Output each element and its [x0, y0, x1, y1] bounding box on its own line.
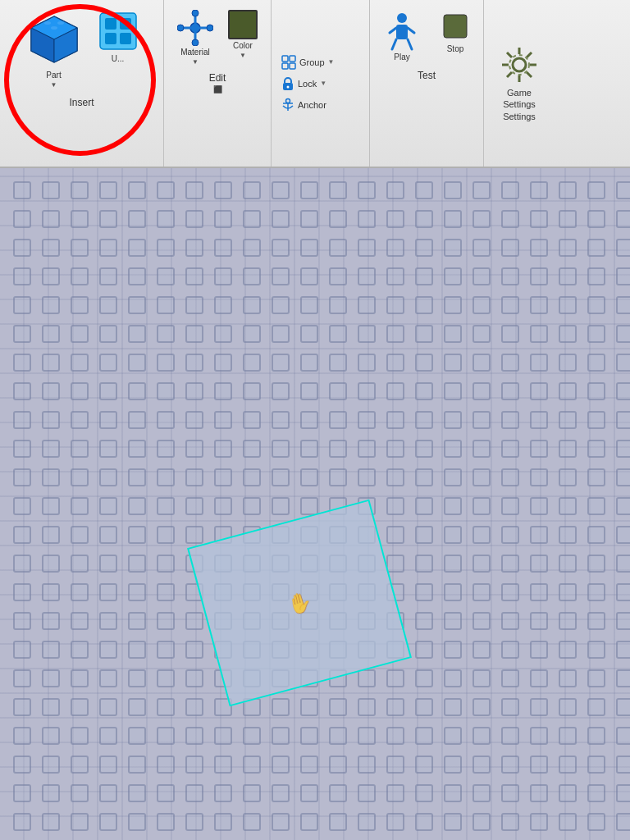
- canvas-tile: [99, 354, 117, 372]
- canvas-tile: [559, 210, 577, 228]
- canvas-tile: [587, 239, 605, 257]
- canvas-tile: [415, 784, 433, 802]
- canvas-tile: [559, 612, 577, 630]
- canvas-tile: [272, 756, 290, 774]
- svg-rect-11: [120, 33, 131, 44]
- canvas-tile: [99, 784, 117, 802]
- canvas-tile: [13, 784, 31, 802]
- canvas-tile: [444, 698, 462, 716]
- group-lock-section: Group ▼ Lock ▼ Anchor: [272, 0, 370, 167]
- canvas-tile: [13, 210, 31, 228]
- canvas-tile: [99, 555, 117, 573]
- canvas-tile: [128, 813, 146, 831]
- canvas-tile: [501, 267, 519, 285]
- material-chevron: ▼: [192, 58, 199, 66]
- svg-rect-21: [282, 63, 288, 69]
- canvas-tile: [42, 555, 60, 573]
- canvas-tile: [501, 698, 519, 716]
- canvas-tile: [300, 239, 318, 257]
- canvas-tile: [472, 756, 491, 774]
- canvas-tile: [501, 526, 519, 544]
- canvas-tile: [530, 382, 548, 400]
- group-icon: [281, 55, 296, 70]
- game-settings-button[interactable]: GameSettingsSettings: [494, 41, 545, 126]
- canvas-tile: [472, 382, 491, 400]
- settings-gear-icon: [499, 44, 540, 85]
- ui-button[interactable]: U...: [92, 7, 144, 66]
- canvas-tile: [243, 181, 261, 199]
- canvas-tile: [214, 727, 232, 745]
- canvas-tile: [616, 698, 630, 716]
- canvas-tile: [157, 526, 175, 544]
- canvas-tile: [587, 210, 605, 228]
- lock-button[interactable]: Lock ▼: [278, 75, 363, 93]
- canvas-tile: [358, 727, 376, 745]
- canvas-tile: [444, 382, 462, 400]
- canvas-tile: [13, 181, 31, 199]
- color-button[interactable]: Color ▼: [223, 7, 262, 69]
- canvas-tile: [300, 210, 318, 228]
- canvas-tile: [13, 813, 31, 831]
- part-button[interactable]: Part ▼: [20, 7, 89, 92]
- canvas-tile: [415, 181, 433, 199]
- svg-line-42: [527, 52, 532, 57]
- canvas-tile: [13, 669, 31, 687]
- canvas-tile: [157, 382, 175, 400]
- canvas-tile: [415, 239, 433, 257]
- canvas-tile: [243, 296, 261, 314]
- canvas-tile: [386, 756, 404, 774]
- canvas-tile: [13, 411, 31, 429]
- canvas-tile: [415, 267, 433, 285]
- svg-point-28: [397, 13, 407, 23]
- canvas-tile: [616, 756, 630, 774]
- canvas-tile: [272, 210, 290, 228]
- canvas-tile: [472, 727, 491, 745]
- canvas-tile: [472, 267, 491, 285]
- canvas-tile: [214, 210, 232, 228]
- canvas-tile: [13, 727, 31, 745]
- canvas-tile: [501, 583, 519, 601]
- canvas-tile: [587, 497, 605, 515]
- canvas-area[interactable]: ✋: [0, 168, 630, 840]
- part-cube-icon: [25, 10, 84, 69]
- canvas-tile: [300, 813, 318, 831]
- canvas-tile: [272, 784, 290, 802]
- canvas-tile: [185, 354, 203, 372]
- svg-point-6: [51, 26, 57, 30]
- play-button[interactable]: Play: [377, 7, 427, 65]
- canvas-tile: [71, 784, 89, 802]
- canvas-tile: [243, 411, 261, 429]
- group-button[interactable]: Group ▼: [278, 53, 363, 71]
- insert-label: Insert: [69, 97, 94, 108]
- canvas-tile: [185, 669, 203, 687]
- stop-button[interactable]: Stop: [434, 7, 477, 65]
- canvas-tile: [501, 497, 519, 515]
- canvas-tile: [42, 756, 60, 774]
- material-button[interactable]: Material ▼: [172, 7, 218, 69]
- canvas-tile: [243, 468, 261, 486]
- canvas-tile: [444, 756, 462, 774]
- canvas-tile: [42, 267, 60, 285]
- canvas-tile: [157, 411, 175, 429]
- anchor-button[interactable]: Anchor: [278, 96, 363, 114]
- material-label: Material: [180, 48, 210, 57]
- canvas-tile: [300, 727, 318, 745]
- svg-point-17: [177, 25, 184, 31]
- canvas-tile: [501, 296, 519, 314]
- canvas-tile: [214, 181, 232, 199]
- canvas-tile: [386, 813, 404, 831]
- canvas-tile: [42, 497, 60, 515]
- svg-point-35: [513, 58, 526, 71]
- canvas-tile: [444, 583, 462, 601]
- canvas-tile: [71, 440, 89, 458]
- canvas-tile: [71, 181, 89, 199]
- canvas-tile: [99, 756, 117, 774]
- canvas-tile: [185, 698, 203, 716]
- canvas-tile: [42, 440, 60, 458]
- ui-label: U...: [112, 54, 125, 63]
- canvas-tile: [185, 382, 203, 400]
- canvas-tile: [214, 354, 232, 372]
- canvas-tile: [415, 641, 433, 659]
- canvas-tile: [300, 296, 318, 314]
- canvas-tile: [329, 698, 347, 716]
